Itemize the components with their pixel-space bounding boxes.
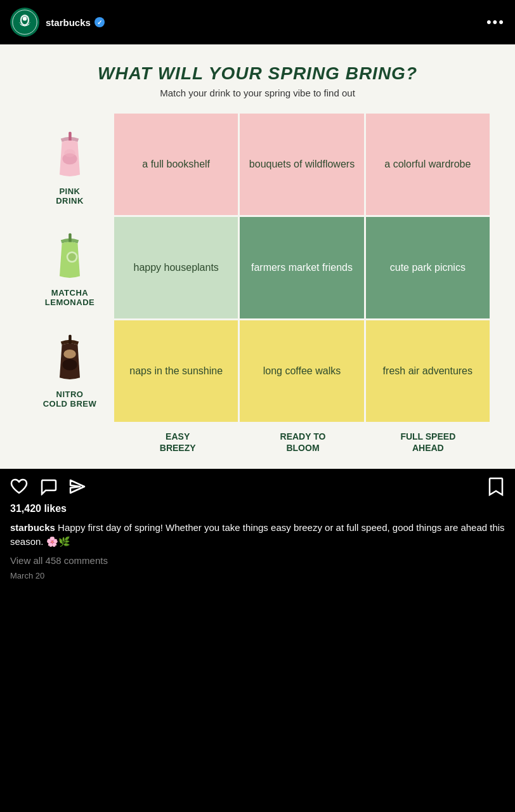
pink-drink-cup-icon — [49, 131, 90, 181]
action-bar — [0, 469, 515, 501]
profile-avatar[interactable] — [10, 8, 39, 37]
username-label[interactable]: starbucks — [46, 17, 91, 28]
nitro-drink-item: NITROCOLD BREW — [25, 317, 114, 418]
grid-cell-3-3: fresh air adventures — [366, 320, 490, 422]
matcha-cup-icon — [49, 232, 90, 283]
save-button[interactable] — [487, 478, 505, 495]
svg-point-6 — [64, 149, 75, 157]
spring-grid-wrapper: PINKDRINK MATCHALEMONADE — [25, 114, 490, 422]
svg-point-11 — [63, 350, 76, 358]
nitro-cup-icon — [49, 334, 90, 384]
username-row: starbucks — [46, 17, 105, 28]
pink-drink-label: PINKDRINK — [56, 187, 84, 206]
grid-cell-2-3: cute park picnics — [366, 217, 490, 318]
comment-button[interactable] — [39, 478, 57, 495]
share-button[interactable] — [68, 478, 86, 495]
svg-point-9 — [68, 253, 75, 261]
col-label-3: FULL SPEEDAHEAD — [367, 428, 490, 456]
like-button[interactable] — [10, 478, 28, 495]
nitro-drink-label: NITROCOLD BREW — [43, 390, 97, 409]
grid-cell-3-1: naps in the sunshine — [114, 320, 238, 422]
caption-text: Happy first day of spring! Whether you t… — [10, 522, 505, 547]
post-header: starbucks ••• — [0, 0, 515, 44]
pink-drink-item: PINKDRINK — [25, 114, 114, 215]
likes-count[interactable]: 31,420 likes — [0, 501, 515, 520]
col-label-1: EASYBREEZY — [116, 428, 239, 456]
more-options-icon[interactable]: ••• — [486, 14, 505, 30]
post-subtitle: Match your drink to your spring vibe to … — [25, 88, 490, 98]
post-timestamp: March 20 — [0, 570, 515, 588]
column-labels-row: EASYBREEZY READY TOBLOOM FULL SPEEDAHEAD — [25, 428, 490, 456]
matcha-drink-item: MATCHALEMONADE — [25, 215, 114, 317]
label-spacer — [25, 428, 114, 456]
header-left: starbucks — [10, 8, 105, 37]
post-caption: starbucks Happy first day of spring! Whe… — [0, 520, 515, 554]
grid-cell-1-3: a colorful wardrobe — [366, 114, 490, 215]
caption-username[interactable]: starbucks — [10, 522, 55, 533]
action-icons-left — [10, 478, 86, 495]
svg-point-12 — [62, 359, 77, 370]
spring-outcomes-grid: a full bookshelf bouquets of wildflowers… — [114, 114, 490, 422]
verified-icon — [95, 17, 105, 27]
col-label-2: READY TOBLOOM — [241, 428, 364, 456]
grid-cell-1-1: a full bookshelf — [114, 114, 238, 215]
drinks-column: PINKDRINK MATCHALEMONADE — [25, 114, 114, 422]
post-main-title: WHAT WILL YOUR SPRING BRING? — [25, 63, 490, 84]
grid-cell-1-2: bouquets of wildflowers — [240, 114, 363, 215]
grid-cell-2-1: happy houseplants — [114, 217, 238, 318]
post-image-area: WHAT WILL YOUR SPRING BRING? Match your … — [0, 44, 515, 469]
matcha-drink-label: MATCHALEMONADE — [45, 288, 95, 308]
view-comments-link[interactable]: View all 458 comments — [0, 554, 515, 570]
grid-cell-2-2: farmers market friends — [240, 217, 363, 318]
grid-cell-3-2: long coffee walks — [240, 320, 363, 422]
header-username-area: starbucks — [46, 17, 105, 28]
svg-point-3 — [23, 16, 27, 20]
